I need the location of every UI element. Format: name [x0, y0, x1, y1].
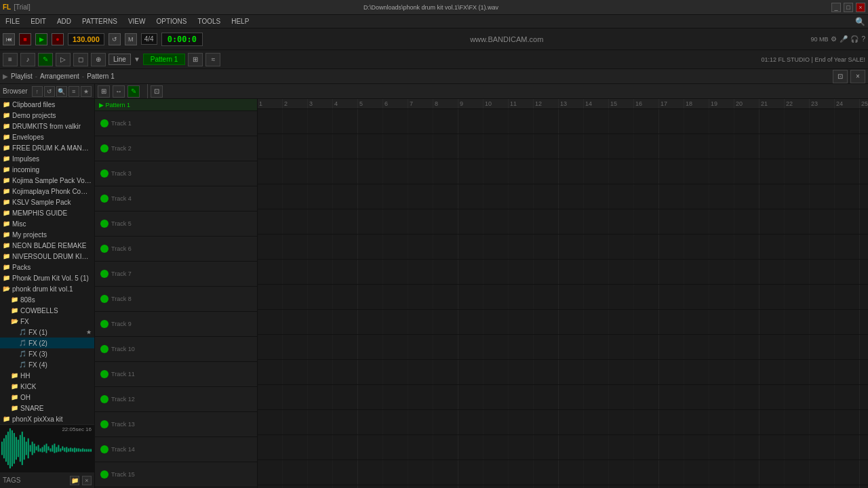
grid-cell-14-12[interactable]: [534, 435, 559, 460]
grid-cell-6-10[interactable]: [484, 235, 509, 259]
grid-cell-8-12[interactable]: [534, 285, 559, 309]
grid-cell-16-20[interactable]: [734, 485, 760, 488]
grid-cell-11-21[interactable]: [760, 360, 785, 384]
track-mute-btn-6[interactable]: [100, 245, 108, 253]
grid-cell-7-15[interactable]: [609, 260, 634, 284]
grid-cell-5-16[interactable]: [634, 209, 659, 234]
grid-cell-5-9[interactable]: [458, 209, 484, 234]
grid-cell-2-10[interactable]: [484, 134, 509, 159]
grid-cell-15-25[interactable]: [860, 460, 868, 485]
grid-cell-2-6[interactable]: [383, 134, 408, 159]
track-mute-btn-13[interactable]: [100, 420, 108, 428]
sidebar-item-demo-projects[interactable]: 📁Demo projects: [0, 110, 94, 121]
track-mute-btn-11[interactable]: [100, 370, 108, 378]
grid-cell-7-21[interactable]: [760, 260, 785, 284]
grid-cell-16-17[interactable]: [659, 485, 684, 488]
grid-cell-3-13[interactable]: [559, 159, 584, 184]
sidebar-item-incoming[interactable]: 📁incoming: [0, 164, 94, 175]
grid-cell-14-18[interactable]: [684, 435, 709, 460]
grid-cell-15-23[interactable]: [810, 460, 835, 485]
grid-cell-2-13[interactable]: [559, 134, 584, 159]
grid-cell-15-12[interactable]: [534, 460, 559, 485]
grid-cell-4-21[interactable]: [760, 184, 785, 209]
grid-cell-4-3[interactable]: [308, 184, 333, 209]
grid-cell-1-7[interactable]: [408, 109, 433, 134]
sidebar-item-cowbells[interactable]: 📁COWBELLS: [0, 305, 94, 316]
grid-cell-4-2[interactable]: [283, 184, 308, 209]
sidebar-item-neon-blade-remake[interactable]: 📁NEON BLADE REMAKE: [0, 240, 94, 251]
grid-cell-6-20[interactable]: [734, 235, 760, 259]
breadcrumb-playlist[interactable]: Playlist: [11, 73, 33, 80]
grid-cell-1-21[interactable]: [760, 109, 785, 134]
grid-cell-6-21[interactable]: [760, 235, 785, 259]
sidebar-item-phonx-pixxa-kit[interactable]: 📁phonX pixXxa kit: [0, 413, 94, 424]
grid-cell-3-22[interactable]: [785, 159, 810, 184]
grid-cell-2-25[interactable]: [860, 134, 868, 159]
record-button[interactable]: ●: [52, 33, 64, 45]
grid-cell-9-5[interactable]: [358, 310, 383, 334]
grid-cell-4-16[interactable]: [634, 184, 659, 209]
mode-select[interactable]: Line: [108, 54, 131, 65]
grid-cell-16-13[interactable]: [559, 485, 584, 488]
grid-cell-6-2[interactable]: [283, 235, 308, 259]
track-mute-btn-7[interactable]: [100, 270, 108, 278]
grid-cell-5-5[interactable]: [358, 209, 383, 234]
grid-cell-15-5[interactable]: [358, 460, 383, 485]
grid-cell-4-23[interactable]: [810, 184, 835, 209]
sidebar-item-phonk-drum-kit-5[interactable]: 📁Phonk Drum Kit Vol. 5 (1): [0, 272, 94, 283]
grid-cell-13-1[interactable]: [258, 410, 283, 434]
playlist-draw-button[interactable]: ✎: [127, 85, 140, 98]
grid-cell-13-23[interactable]: [810, 410, 835, 434]
grid-cell-6-18[interactable]: [684, 235, 709, 259]
track-mute-btn-3[interactable]: [100, 169, 108, 178]
grid-cell-4-14[interactable]: [584, 184, 609, 209]
grid-cell-12-11[interactable]: [509, 385, 534, 409]
grid-cell-16-14[interactable]: [584, 485, 609, 488]
grid-cell-2-7[interactable]: [408, 134, 433, 159]
grid-cell-4-24[interactable]: [835, 184, 860, 209]
grid-area[interactable]: 1234567891011121314151617181920212223242…: [258, 99, 868, 488]
grid-cell-15-15[interactable]: [609, 460, 634, 485]
grid-cell-2-24[interactable]: [835, 134, 860, 159]
grid-cell-11-12[interactable]: [534, 360, 559, 384]
grid-cell-14-16[interactable]: [634, 435, 659, 460]
breadcrumb-pattern1[interactable]: Pattern 1: [87, 73, 115, 80]
grid-cell-12-24[interactable]: [835, 385, 860, 409]
erase-tool-button[interactable]: ◻: [73, 53, 88, 66]
grid-cell-13-2[interactable]: [283, 410, 308, 434]
grid-cell-10-5[interactable]: [358, 335, 383, 359]
track-mute-btn-10[interactable]: [100, 345, 108, 353]
grid-cell-1-12[interactable]: [534, 109, 559, 134]
grid-cell-12-4[interactable]: [333, 385, 358, 409]
grid-cell-9-2[interactable]: [283, 310, 308, 334]
grid-cell-16-15[interactable]: [609, 485, 634, 488]
grid-cell-10-23[interactable]: [810, 335, 835, 359]
grid-cell-8-11[interactable]: [509, 285, 534, 309]
grid-cell-15-14[interactable]: [584, 460, 609, 485]
grid-cell-2-12[interactable]: [534, 134, 559, 159]
grid-cell-5-13[interactable]: [559, 209, 584, 234]
grid-cell-9-16[interactable]: [634, 310, 659, 334]
grid-cell-14-19[interactable]: [709, 435, 734, 460]
sidebar-item-oh[interactable]: 📁OH: [0, 392, 94, 403]
playlist-close-button[interactable]: ×: [850, 70, 865, 83]
grid-cell-9-1[interactable]: [258, 310, 283, 334]
sidebar-item-phonk-drum-kit-vol1[interactable]: 📂phonk drum kit vol.1: [0, 283, 94, 294]
grid-cell-7-7[interactable]: [408, 260, 433, 284]
grid-cell-10-9[interactable]: [458, 335, 484, 359]
grid-cell-5-7[interactable]: [408, 209, 433, 234]
grid-cell-14-10[interactable]: [484, 435, 509, 460]
grid-cell-1-6[interactable]: [383, 109, 408, 134]
grid-cell-8-16[interactable]: [634, 285, 659, 309]
sidebar-item-fx[interactable]: 📂FX: [0, 316, 94, 327]
grid-cell-9-21[interactable]: [760, 310, 785, 334]
grid-cell-4-5[interactable]: [358, 184, 383, 209]
grid-cell-4-4[interactable]: [333, 184, 358, 209]
grid-cell-13-12[interactable]: [534, 410, 559, 434]
grid-cell-6-25[interactable]: [860, 235, 868, 259]
grid-cell-15-22[interactable]: [785, 460, 810, 485]
grid-cell-9-3[interactable]: [308, 310, 333, 334]
grid-cell-7-25[interactable]: [860, 260, 868, 284]
grid-cell-1-9[interactable]: [458, 109, 484, 134]
grid-cell-8-19[interactable]: [709, 285, 734, 309]
